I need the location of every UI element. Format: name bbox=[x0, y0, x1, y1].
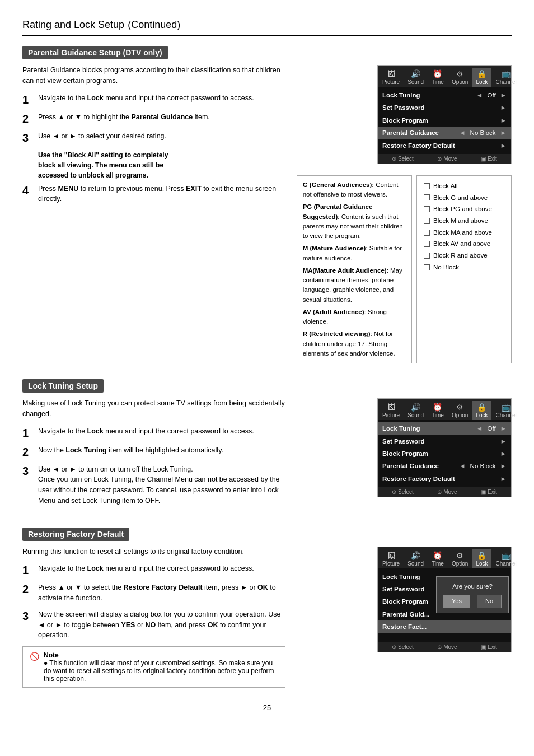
parental-tv-menu: 🖼Picture 🔊Sound ⏰Time ⚙Option 🔒Lock 📺Cha… bbox=[377, 65, 512, 164]
lock-tuning-left: Making use of Lock Tuning you can protec… bbox=[22, 398, 285, 512]
dialog-buttons: Yes No bbox=[443, 595, 502, 608]
menu-row-set-password: Set Password ► bbox=[378, 101, 511, 114]
lock-tuning-header: Lock Tuning Setup bbox=[22, 379, 104, 393]
step-text: Use ◄ or ► to select your desired rating… bbox=[38, 131, 166, 142]
tv-tabs: 🖼Picture 🔊Sound ⏰Time ⚙Option 🔒Lock 📺Cha… bbox=[378, 547, 511, 568]
restore-tv-menu: 🖼Picture 🔊Sound ⏰Time ⚙Option 🔒Lock 📺Cha… bbox=[377, 547, 512, 652]
dialog-no-button[interactable]: No bbox=[477, 595, 502, 608]
tab-picture[interactable]: 🖼Picture bbox=[379, 68, 403, 87]
menu-row-block-program: Block Program ► bbox=[378, 447, 511, 460]
confirm-dialog: Are you sure? Yes No bbox=[436, 576, 509, 613]
step-number: 1 bbox=[22, 93, 32, 106]
step-number: 1 bbox=[22, 426, 32, 440]
menu-row-parental-guidance: Parental Guidance ◄ No Block ► bbox=[378, 127, 511, 139]
step-text: Navigate to the Lock menu and input the … bbox=[38, 426, 254, 437]
menu-row-lock-tuning: Lock Tuning ◄ Off ► bbox=[378, 422, 511, 435]
tab-channel[interactable]: 📺Channel bbox=[493, 549, 520, 568]
menu-row-parental-guidance: Parental Guid... Are you sure? Yes No bbox=[378, 608, 511, 620]
tv-menu-body: Lock Tuning ◄ Off ► Set Password ► Block… bbox=[378, 87, 511, 154]
tab-option[interactable]: ⚙Option bbox=[448, 68, 471, 87]
checkbox-block-av[interactable] bbox=[424, 241, 430, 247]
checkbox-block-r[interactable] bbox=[424, 253, 430, 259]
parental-left-col: Parental Guidance blocks programs accord… bbox=[22, 65, 285, 363]
menu-row-block-program: Block Program ► bbox=[378, 114, 511, 127]
note-icon: 🚫 bbox=[30, 652, 39, 661]
menu-row-lock-tuning: Lock Tuning ◄ Off ► bbox=[378, 89, 511, 101]
restore-step-2: 2 Press ▲ or ▼ to select the Restore Fac… bbox=[22, 582, 285, 604]
lock-step-1: 1 Navigate to the Lock menu and input th… bbox=[22, 426, 285, 440]
checkbox-no-block[interactable] bbox=[424, 264, 430, 270]
tab-time[interactable]: ⏰Time bbox=[428, 401, 447, 420]
step-text: Press MENU to return to previous menu. P… bbox=[38, 184, 285, 205]
lock-tuning-intro: Making use of Lock Tuning you can protec… bbox=[22, 398, 285, 419]
checkbox-block-ma[interactable] bbox=[424, 230, 430, 236]
step-number: 1 bbox=[22, 563, 32, 577]
tab-lock[interactable]: 🔒Lock bbox=[472, 68, 491, 87]
option-block-av: Block AV and above bbox=[424, 238, 504, 250]
step-number: 3 bbox=[22, 609, 32, 623]
step-text: Press ▲ or ▼ to select the Restore Facto… bbox=[38, 582, 285, 604]
tab-lock[interactable]: 🔒Lock bbox=[472, 401, 491, 420]
tab-picture[interactable]: 🖼Picture bbox=[379, 549, 403, 568]
footer-select: ⊙ Select bbox=[392, 156, 414, 162]
title-cont: (Continued) bbox=[128, 19, 180, 30]
tab-time[interactable]: ⏰Time bbox=[428, 549, 447, 568]
menu-row-restore: Restore Factory Default ► bbox=[378, 139, 511, 152]
footer-exit: ▣ Exit bbox=[481, 489, 496, 495]
tab-channel[interactable]: 📺Channel bbox=[493, 68, 520, 87]
lock-tuning-tv-menu: 🖼Picture 🔊Sound ⏰Time ⚙Option 🔒Lock 📺Cha… bbox=[377, 398, 512, 497]
tab-sound[interactable]: 🔊Sound bbox=[404, 68, 427, 87]
parental-right-col: 🖼Picture 🔊Sound ⏰Time ⚙Option 🔒Lock 📺Cha… bbox=[297, 65, 512, 363]
lock-step-2: 2 Now the Lock Tuning item will be highl… bbox=[22, 445, 285, 459]
parental-section-header: Parental Guidance Setup (DTV only) bbox=[22, 46, 168, 59]
step-text: Navigate to the Lock menu and input the … bbox=[38, 93, 254, 104]
tab-channel[interactable]: 📺Channel bbox=[493, 401, 520, 420]
tab-sound[interactable]: 🔊Sound bbox=[404, 401, 427, 420]
footer-exit: ▣ Exit bbox=[481, 156, 496, 162]
lock-tuning-section: Lock Tuning Setup Making use of Lock Tun… bbox=[22, 379, 512, 512]
step-number: 3 bbox=[22, 464, 32, 478]
tv-menu-footer: ⊙ Select ⊙ Move ▣ Exit bbox=[378, 642, 511, 652]
checkbox-block-g[interactable] bbox=[424, 194, 430, 200]
tab-option[interactable]: ⚙Option bbox=[448, 401, 471, 420]
checkbox-block-m[interactable] bbox=[424, 218, 430, 224]
title-text: Rating and Lock Setup bbox=[22, 19, 124, 30]
restore-intro: Running this function to reset all setti… bbox=[22, 547, 285, 557]
note-text: Note ● This function will clear most of … bbox=[44, 651, 278, 683]
step-text: Now the screen will display a dialog box… bbox=[38, 609, 285, 641]
restore-section-header: Restoring Factory Default bbox=[22, 528, 129, 541]
option-block-pg: Block PG and above bbox=[424, 203, 504, 215]
parental-step-1: 1 Navigate to the Lock menu and input th… bbox=[22, 93, 285, 106]
checkbox-block-pg[interactable] bbox=[424, 206, 430, 212]
rating-options-box: Block All Block G and above Block PG and… bbox=[416, 175, 512, 363]
parental-step-3: 3 Use ◄ or ► to select your desired rati… bbox=[22, 131, 285, 144]
dialog-yes-button[interactable]: Yes bbox=[443, 595, 470, 608]
footer-select: ⊙ Select bbox=[392, 644, 414, 650]
parental-bold-note: Use the "Block All" setting to completel… bbox=[38, 150, 285, 180]
tab-lock[interactable]: 🔒Lock bbox=[472, 549, 491, 568]
note-box: 🚫 Note ● This function will clear most o… bbox=[22, 646, 285, 688]
tab-option[interactable]: ⚙Option bbox=[448, 549, 471, 568]
menu-row-restore: Restore Factory Default ► bbox=[378, 473, 511, 485]
checkbox-block-all[interactable] bbox=[424, 183, 430, 189]
step-number: 2 bbox=[22, 112, 32, 125]
option-block-m: Block M and above bbox=[424, 215, 504, 227]
tab-time[interactable]: ⏰Time bbox=[428, 68, 447, 87]
step-number: 3 bbox=[22, 131, 32, 144]
dialog-text: Are you sure? bbox=[443, 581, 502, 591]
footer-move: ⊙ Move bbox=[437, 489, 457, 495]
step-number: 4 bbox=[22, 184, 32, 197]
menu-row-restore: Restore Fact... bbox=[378, 620, 511, 633]
parental-section: Parental Guidance Setup (DTV only) Paren… bbox=[22, 46, 512, 363]
tab-sound[interactable]: 🔊Sound bbox=[404, 549, 427, 568]
footer-move: ⊙ Move bbox=[437, 644, 457, 650]
step-text: Navigate to the Lock menu and input the … bbox=[38, 563, 254, 574]
rating-desc-box: G (General Audiences): Content not offen… bbox=[297, 175, 412, 363]
tab-picture[interactable]: 🖼Picture bbox=[379, 401, 403, 420]
step-number: 2 bbox=[22, 582, 32, 596]
option-no-block: No Block bbox=[424, 262, 504, 273]
footer-exit: ▣ Exit bbox=[481, 644, 496, 650]
footer-move: ⊙ Move bbox=[437, 156, 457, 162]
tv-tabs: 🖼Picture 🔊Sound ⏰Time ⚙Option 🔒Lock 📺Cha… bbox=[378, 399, 511, 420]
tv-menu-body: Lock Tuning Set Password Block Program P… bbox=[378, 568, 511, 642]
